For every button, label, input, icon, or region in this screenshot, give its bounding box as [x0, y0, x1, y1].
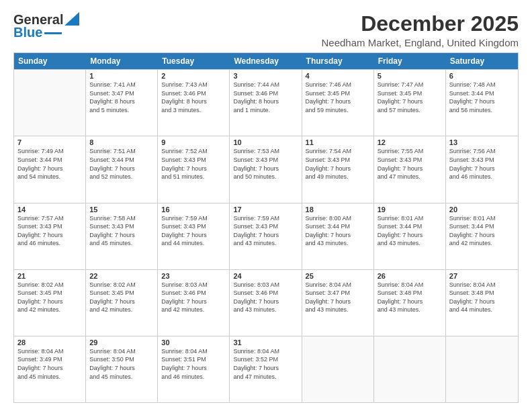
day-info: Sunrise: 7:47 AMSunset: 3:45 PMDaylight:…: [378, 81, 442, 114]
cal-cell: 15Sunrise: 7:58 AMSunset: 3:43 PMDayligh…: [86, 203, 158, 269]
day-info: Sunrise: 7:41 AMSunset: 3:47 PMDaylight:…: [89, 81, 154, 114]
day-info: Sunrise: 8:02 AMSunset: 3:45 PMDaylight:…: [89, 281, 154, 314]
day-info: Sunrise: 8:01 AMSunset: 3:44 PMDaylight:…: [449, 214, 515, 248]
header-monday: Monday: [86, 53, 158, 69]
svg-marker-0: [64, 12, 79, 26]
cal-row-2: 14Sunrise: 7:57 AMSunset: 3:43 PMDayligh…: [14, 203, 518, 269]
day-info: Sunrise: 8:02 AMSunset: 3:45 PMDaylight:…: [17, 281, 82, 314]
cal-cell: 24Sunrise: 8:03 AMSunset: 3:46 PMDayligh…: [230, 270, 302, 336]
day-info: Sunrise: 8:04 AMSunset: 3:51 PMDaylight:…: [161, 347, 226, 381]
cal-cell: 14Sunrise: 7:57 AMSunset: 3:43 PMDayligh…: [14, 203, 86, 269]
day-info: Sunrise: 7:52 AMSunset: 3:43 PMDaylight:…: [161, 147, 226, 181]
cal-cell: 10Sunrise: 7:53 AMSunset: 3:43 PMDayligh…: [230, 136, 302, 202]
cal-cell: 11Sunrise: 7:54 AMSunset: 3:43 PMDayligh…: [302, 136, 374, 202]
day-number: 29: [89, 338, 154, 347]
day-number: 23: [161, 272, 226, 280]
cal-cell: 7Sunrise: 7:49 AMSunset: 3:44 PMDaylight…: [14, 136, 86, 202]
day-number: 8: [89, 138, 154, 146]
cal-row-3: 21Sunrise: 8:02 AMSunset: 3:45 PMDayligh…: [14, 269, 518, 336]
cal-cell: 13Sunrise: 7:56 AMSunset: 3:43 PMDayligh…: [446, 136, 518, 202]
day-number: 30: [161, 338, 226, 347]
day-number: 15: [89, 205, 154, 214]
logo: General Blue: [13, 12, 79, 40]
cal-cell: 21Sunrise: 8:02 AMSunset: 3:45 PMDayligh…: [14, 270, 86, 336]
header-sunday: Sunday: [14, 53, 86, 69]
day-info: Sunrise: 7:59 AMSunset: 3:43 PMDaylight:…: [233, 214, 298, 248]
day-info: Sunrise: 8:04 AMSunset: 3:47 PMDaylight:…: [306, 281, 370, 314]
day-info: Sunrise: 7:49 AMSunset: 3:44 PMDaylight:…: [17, 147, 82, 181]
header-friday: Friday: [374, 53, 446, 69]
calendar: Sunday Monday Tuesday Wednesday Thursday…: [13, 52, 519, 403]
logo-blue-text: Blue: [13, 25, 42, 40]
day-number: 13: [449, 138, 515, 146]
cal-cell: 12Sunrise: 7:55 AMSunset: 3:43 PMDayligh…: [374, 136, 446, 202]
cal-cell: 8Sunrise: 7:51 AMSunset: 3:44 PMDaylight…: [86, 136, 158, 202]
day-info: Sunrise: 8:03 AMSunset: 3:46 PMDaylight:…: [161, 281, 226, 314]
header-thursday: Thursday: [302, 53, 374, 69]
day-number: 25: [306, 272, 370, 280]
day-number: 5: [378, 72, 442, 80]
day-number: 24: [233, 272, 298, 280]
day-info: Sunrise: 8:04 AMSunset: 3:48 PMDaylight:…: [449, 281, 515, 314]
day-info: Sunrise: 7:55 AMSunset: 3:43 PMDaylight:…: [378, 147, 442, 181]
calendar-header: Sunday Monday Tuesday Wednesday Thursday…: [14, 53, 518, 69]
title-area: December 2025 Needham Market, England, U…: [322, 12, 519, 48]
day-info: Sunrise: 7:43 AMSunset: 3:46 PMDaylight:…: [161, 81, 226, 114]
cal-cell: 9Sunrise: 7:52 AMSunset: 3:43 PMDaylight…: [158, 136, 230, 202]
cal-cell: 4Sunrise: 7:46 AMSunset: 3:45 PMDaylight…: [302, 70, 374, 136]
cal-cell: [374, 336, 446, 402]
cal-cell: 19Sunrise: 8:01 AMSunset: 3:44 PMDayligh…: [374, 203, 446, 269]
header-tuesday: Tuesday: [158, 53, 230, 69]
day-number: 2: [161, 72, 226, 80]
cal-cell: 5Sunrise: 7:47 AMSunset: 3:45 PMDaylight…: [374, 70, 446, 136]
day-info: Sunrise: 8:03 AMSunset: 3:46 PMDaylight:…: [233, 281, 298, 314]
day-info: Sunrise: 7:46 AMSunset: 3:45 PMDaylight:…: [306, 81, 370, 114]
cal-cell: 22Sunrise: 8:02 AMSunset: 3:45 PMDayligh…: [86, 270, 158, 336]
day-number: 19: [378, 205, 442, 214]
day-info: Sunrise: 8:04 AMSunset: 3:48 PMDaylight:…: [378, 281, 442, 314]
cal-cell: 6Sunrise: 7:48 AMSunset: 3:44 PMDaylight…: [446, 70, 518, 136]
cal-cell: 30Sunrise: 8:04 AMSunset: 3:51 PMDayligh…: [158, 336, 230, 402]
header-wednesday: Wednesday: [230, 53, 302, 69]
day-number: 21: [17, 272, 82, 280]
cal-cell: 27Sunrise: 8:04 AMSunset: 3:48 PMDayligh…: [446, 270, 518, 336]
day-info: Sunrise: 8:04 AMSunset: 3:50 PMDaylight:…: [89, 347, 154, 381]
day-info: Sunrise: 7:57 AMSunset: 3:43 PMDaylight:…: [17, 214, 82, 248]
cal-cell: 20Sunrise: 8:01 AMSunset: 3:44 PMDayligh…: [446, 203, 518, 269]
cal-cell: [14, 70, 86, 136]
month-title: December 2025: [322, 12, 519, 36]
day-info: Sunrise: 7:58 AMSunset: 3:43 PMDaylight:…: [89, 214, 154, 248]
cal-cell: [302, 336, 374, 402]
day-info: Sunrise: 7:53 AMSunset: 3:43 PMDaylight:…: [233, 147, 298, 181]
day-number: 16: [161, 205, 226, 214]
day-info: Sunrise: 7:56 AMSunset: 3:43 PMDaylight:…: [449, 147, 515, 181]
cal-cell: 25Sunrise: 8:04 AMSunset: 3:47 PMDayligh…: [302, 270, 374, 336]
day-info: Sunrise: 8:01 AMSunset: 3:44 PMDaylight:…: [378, 214, 442, 248]
day-info: Sunrise: 8:04 AMSunset: 3:49 PMDaylight:…: [17, 347, 82, 381]
cal-cell: 28Sunrise: 8:04 AMSunset: 3:49 PMDayligh…: [14, 336, 86, 402]
day-number: 31: [233, 338, 298, 347]
day-number: 1: [89, 72, 154, 80]
day-number: 4: [306, 72, 370, 80]
day-number: 27: [449, 272, 515, 280]
cal-cell: 26Sunrise: 8:04 AMSunset: 3:48 PMDayligh…: [374, 270, 446, 336]
day-info: Sunrise: 7:51 AMSunset: 3:44 PMDaylight:…: [89, 147, 154, 181]
day-info: Sunrise: 7:59 AMSunset: 3:43 PMDaylight:…: [161, 214, 226, 248]
cal-cell: 1Sunrise: 7:41 AMSunset: 3:47 PMDaylight…: [86, 70, 158, 136]
day-number: 11: [306, 138, 370, 146]
day-number: 12: [378, 138, 442, 146]
day-number: 26: [378, 272, 442, 280]
day-number: 17: [233, 205, 298, 214]
cal-cell: 2Sunrise: 7:43 AMSunset: 3:46 PMDaylight…: [158, 70, 230, 136]
day-info: Sunrise: 7:44 AMSunset: 3:46 PMDaylight:…: [233, 81, 298, 114]
day-number: 6: [449, 72, 515, 80]
day-info: Sunrise: 8:04 AMSunset: 3:52 PMDaylight:…: [233, 347, 298, 381]
day-info: Sunrise: 7:48 AMSunset: 3:44 PMDaylight:…: [449, 81, 515, 114]
day-info: Sunrise: 8:00 AMSunset: 3:44 PMDaylight:…: [306, 214, 370, 248]
cal-row-4: 28Sunrise: 8:04 AMSunset: 3:49 PMDayligh…: [14, 336, 518, 402]
cal-cell: [446, 336, 518, 402]
day-number: 20: [449, 205, 515, 214]
cal-cell: 18Sunrise: 8:00 AMSunset: 3:44 PMDayligh…: [302, 203, 374, 269]
header-saturday: Saturday: [446, 53, 518, 69]
calendar-body: 1Sunrise: 7:41 AMSunset: 3:47 PMDaylight…: [14, 69, 518, 402]
